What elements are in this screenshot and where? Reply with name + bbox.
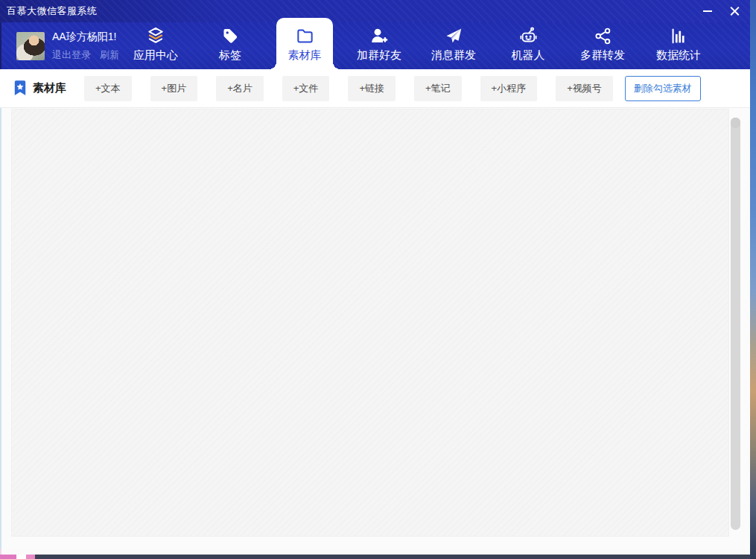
taskbar-accent-pink bbox=[0, 555, 16, 559]
layers-icon bbox=[146, 25, 165, 46]
robot-icon bbox=[518, 25, 539, 46]
tab-add-group-friend[interactable]: 加群好友 bbox=[342, 22, 416, 69]
tab-app-center[interactable]: 应用中心 bbox=[118, 22, 193, 69]
tab-label: 标签 bbox=[219, 48, 241, 63]
tab-label: 机器人 bbox=[512, 48, 545, 63]
add-card-button[interactable]: +名片 bbox=[216, 76, 264, 101]
minimize-icon bbox=[703, 10, 712, 12]
tab-materials[interactable]: 素材库 bbox=[267, 22, 342, 69]
bottom-edge-bar bbox=[0, 555, 750, 559]
tab-robot[interactable]: 机器人 bbox=[491, 22, 565, 69]
window-title: 百慕大微信客服系统 bbox=[7, 4, 98, 18]
tab-label: 消息群发 bbox=[431, 48, 476, 63]
add-text-button[interactable]: +文本 bbox=[84, 76, 132, 101]
wechat-crm-window: 百慕大微信客服系统 AA珍方杨阳1! 退出登录 刷新 bbox=[0, 0, 750, 559]
desktop-wallpaper-edge bbox=[750, 0, 756, 559]
folder-icon bbox=[296, 25, 314, 46]
tab-label: 加群好友 bbox=[357, 48, 401, 63]
add-note-button[interactable]: +笔记 bbox=[414, 76, 462, 101]
taskbar-accent-pink-2 bbox=[26, 555, 35, 559]
tab-statistics[interactable]: 数据统计 bbox=[640, 22, 717, 69]
bar-chart-icon bbox=[670, 25, 688, 46]
add-miniprogram-button[interactable]: +小程序 bbox=[480, 76, 538, 101]
bookmark-star-icon bbox=[13, 80, 27, 96]
materials-toolbar: 素材库 +文本 +图片 +名片 +文件 +链接 +笔记 +小程序 +视频号 删除… bbox=[0, 69, 750, 108]
minimize-button[interactable] bbox=[699, 3, 716, 19]
window-controls bbox=[699, 3, 743, 19]
vertical-scrollbar[interactable] bbox=[731, 118, 740, 530]
share-nodes-icon bbox=[594, 25, 612, 46]
close-button[interactable] bbox=[726, 3, 743, 19]
add-material-buttons: +文本 +图片 +名片 +文件 +链接 +笔记 +小程序 +视频号 bbox=[84, 76, 613, 101]
tab-tags[interactable]: 标签 bbox=[193, 22, 267, 69]
tab-label: 应用中心 bbox=[133, 48, 178, 63]
titlebar: 百慕大微信客服系统 bbox=[0, 0, 750, 22]
tag-icon bbox=[221, 25, 239, 46]
tab-label: 多群转发 bbox=[580, 48, 625, 63]
tab-broadcast[interactable]: 消息群发 bbox=[416, 22, 491, 69]
tab-label: 素材库 bbox=[288, 48, 322, 63]
person-plus-icon bbox=[369, 25, 389, 46]
add-image-button[interactable]: +图片 bbox=[150, 76, 198, 101]
refresh-link[interactable]: 刷新 bbox=[100, 48, 118, 62]
taskbar-accent-notch bbox=[16, 555, 26, 559]
tab-label: 数据统计 bbox=[656, 48, 701, 63]
add-link-button[interactable]: +链接 bbox=[348, 76, 396, 101]
bottom-gutter bbox=[0, 549, 750, 555]
add-file-button[interactable]: +文件 bbox=[282, 76, 330, 101]
main-navbar: AA珍方杨阳1! 退出登录 刷新 bbox=[0, 22, 750, 69]
delete-selected-button[interactable]: 删除勾选素材 bbox=[625, 76, 701, 101]
avatar[interactable] bbox=[16, 32, 45, 60]
section-title: 素材库 bbox=[33, 81, 66, 95]
app-window: 百慕大微信客服系统 AA珍方杨阳1! 退出登录 刷新 bbox=[0, 0, 756, 559]
user-meta: AA珍方杨阳1! 退出登录 刷新 bbox=[52, 31, 118, 62]
nav-items: 应用中心 标签 bbox=[118, 22, 717, 69]
add-video-channel-button[interactable]: +视频号 bbox=[556, 76, 613, 101]
paper-plane-icon bbox=[444, 25, 463, 46]
close-icon bbox=[730, 7, 740, 16]
logout-link[interactable]: 退出登录 bbox=[52, 48, 91, 62]
materials-content-area bbox=[0, 108, 750, 549]
tab-multi-forward[interactable]: 多群转发 bbox=[565, 22, 640, 69]
materials-empty-panel bbox=[11, 109, 729, 537]
user-block: AA珍方杨阳1! 退出登录 刷新 bbox=[16, 22, 118, 69]
user-name: AA珍方杨阳1! bbox=[52, 31, 118, 44]
